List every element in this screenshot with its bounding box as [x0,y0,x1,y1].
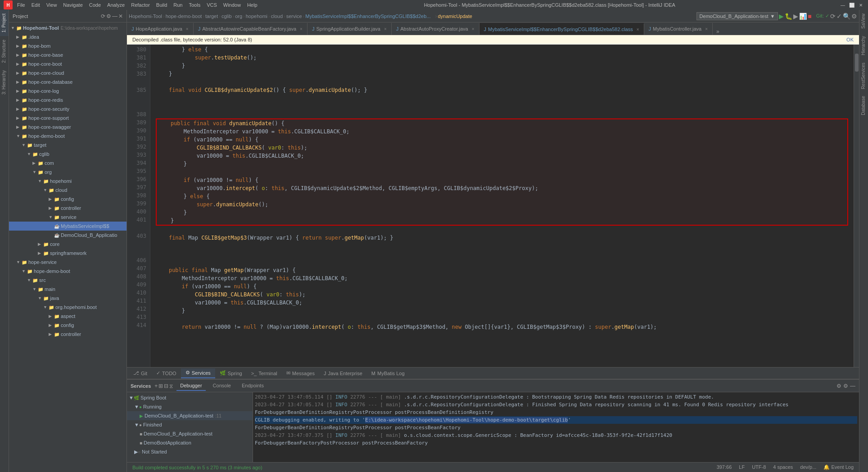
layout-icon[interactable]: ⊟ [164,383,168,389]
configure-icon[interactable]: ⚙ [843,383,848,389]
services-tab-endpoints[interactable]: Endpoints [238,381,267,391]
bc-hopehomi[interactable]: hopehomi [246,14,267,19]
debug-button[interactable]: 🐛 [785,13,792,20]
services-tab-debugger[interactable]: Debugger [176,381,205,391]
menu-analyze[interactable]: Analyze [104,1,127,9]
tree-config[interactable]: ▶ 📁 config [9,195,127,204]
bottom-tab-messages[interactable]: ✉ Messages [282,368,319,378]
bc-tool[interactable]: Hopehomi-Tool [129,14,162,19]
tab-abstractautowire[interactable]: J AbstractAutowireCapableBeanFactory.jav… [194,23,307,35]
services-finished[interactable]: ▼ ● Finished [127,420,253,429]
tab-close-icon[interactable]: × [300,27,303,32]
vtab-saview[interactable]: SaView [859,10,868,32]
tree-src[interactable]: ▼ 📁 src [9,276,127,285]
services-democloudb-running[interactable]: ▶ DemoCloud_B_Application-test :11 [127,411,253,420]
tree-root[interactable]: ▼ 📁 Hopehomi-Tool E:\idea-workspace\hope… [9,23,127,32]
tree-core[interactable]: ▶ 📁 core [9,240,127,249]
coverage-button[interactable]: ▶ [793,13,798,20]
vtab-hierarchy[interactable]: 3: Hierarchy [0,67,9,98]
tree-controller[interactable]: ▶ 📁 controller [9,204,127,213]
code-editor[interactable]: } else { super.testUpdate(); } } final v… [150,45,854,367]
collapse-icon[interactable]: — [112,13,118,19]
add-service-icon[interactable]: + [154,383,158,389]
bc-method[interactable]: dynamicUpdate [438,14,472,19]
restore-button[interactable]: ⬜ [848,1,855,9]
scrollbar-track[interactable] [854,45,859,367]
tab-abstractautoproxy[interactable]: J AbstractAutoProxyCreator.java × [392,23,479,35]
run-config-dropdown[interactable]: DemoCloud_B_Application-test ▼ [696,12,778,20]
menu-file[interactable]: File [14,1,28,9]
tree-mybatis-impl[interactable]: ☕ MybatisServiceImpl$$ [9,222,127,231]
search-everywhere-icon[interactable]: 🔍 [843,13,850,20]
event-log-icon[interactable]: 🔔 Event Log [822,464,855,470]
bc-target[interactable]: target [205,14,218,19]
encoding-status[interactable]: UTF-8 [750,464,768,470]
bottom-tab-spring[interactable]: 🌿 Spring [215,368,247,378]
commit-icon[interactable]: ✓ [836,13,842,20]
tree-hope-core-boot[interactable]: ▶ 📁 hope-core-boot [9,59,127,68]
tree-hope-core-base[interactable]: ▶ 📁 hope-core-base [9,50,127,59]
bc-class[interactable]: MybatisServiceImpl$$EnhancerBySpringCGLI… [305,14,430,19]
services-demoboot-finished[interactable]: ■ DemoBootApplication [127,438,253,447]
tree-main[interactable]: ▼ 📁 main [9,285,127,294]
tab-close-icon[interactable]: × [186,27,189,32]
tree-service[interactable]: ▼ 📁 service [9,213,127,222]
close-panel-icon[interactable]: ✕ [118,13,123,19]
group-icon[interactable]: ⊞ [158,383,163,389]
bottom-tab-javaee[interactable]: J Java Enterprise [319,368,367,378]
tree-hope-demo-boot[interactable]: ▼ 📁 hope-demo-boot [9,132,127,141]
tree-config2[interactable]: ▶ 📁 config [9,321,127,330]
tree-hope-core-log[interactable]: ▶ 📁 hope-core-log [9,86,127,95]
tree-hope-service[interactable]: ▼ 📁 hope-service [9,258,127,267]
menu-vcs[interactable]: VCS [204,1,220,9]
menu-edit[interactable]: Edit [29,1,43,9]
settings-icon[interactable]: ⚙ [851,13,857,20]
gear-icon[interactable]: ⚙ [106,13,111,19]
position-status[interactable]: 397:66 [715,464,734,470]
tree-java[interactable]: ▼ 📁 java [9,294,127,303]
tab-springappbuilder[interactable]: J SpringApplicationBuilder.java × [307,23,392,35]
tree-hope-service-demo[interactable]: ▼ 📁 hope-demo-boot [9,267,127,276]
bottom-tab-git[interactable]: ⎇ Git [129,368,152,378]
services-democloudb-finished[interactable]: ■ DemoCloud_B_Application-test [127,429,253,438]
menu-build[interactable]: Build [154,1,170,9]
tree-org[interactable]: ▼ 📁 org [9,168,127,177]
bottom-tab-todo[interactable]: ✓ TODO [152,368,181,378]
tree-democloudb[interactable]: ☕ DemoCloud_B_Applicatio [9,231,127,240]
tree-hope-core-support[interactable]: ▶ 📁 hope-core-support [9,113,127,123]
profile-button[interactable]: 📊 [799,13,807,20]
tree-controller2[interactable]: ▶ 📁 controller [9,330,127,339]
branch-status[interactable]: dev/p... [798,464,818,470]
tree-hope-core-swagger[interactable]: ▶ 📁 hope-core-swagger [9,123,127,132]
tab-close-icon[interactable]: × [705,27,708,32]
tree-springframework[interactable]: ▶ 📁 springframework [9,249,127,258]
tree-idea[interactable]: ▶ 📁 .idea [9,32,127,41]
tree-hope-core-database[interactable]: ▶ 📁 hope-core-database [9,77,127,86]
tab-close-icon[interactable]: × [384,27,387,32]
filter-icon[interactable]: ⧖ [169,383,173,389]
vcs-update-icon[interactable]: ⟳ [830,13,836,20]
settings-gear-icon[interactable]: ⚙ [836,383,841,389]
bc-demo-boot[interactable]: hope-demo-boot [166,14,202,19]
minimize-button[interactable]: — [839,1,846,9]
tree-hope-core-redis[interactable]: ▶ 📁 hope-core-redis [9,95,127,104]
bottom-tab-terminal[interactable]: >_ Terminal [247,368,282,378]
stop-button[interactable]: ■ [808,13,811,20]
tree-cloud[interactable]: ▼ 📁 cloud [9,186,127,195]
bottom-tab-mybatis[interactable]: M MyBatis Log [367,368,409,378]
tab-close-icon[interactable]: × [472,27,475,32]
vtab-database[interactable]: Database [859,92,868,119]
vtab-hierarchy-right[interactable]: Hierarchy [859,32,868,59]
bc-org[interactable]: org [235,14,242,19]
vtab-structure[interactable]: 2: Structure [0,36,9,67]
tree-cglib[interactable]: ▼ 📁 cglib [9,150,127,159]
tree-aspect[interactable]: ▶ 📁 aspect [9,312,127,321]
menu-code[interactable]: Code [86,1,104,9]
bc-cloud[interactable]: cloud [271,14,283,19]
tree-hope-core-security[interactable]: ▶ 📁 hope-core-security [9,104,127,113]
tab-close-icon[interactable]: × [637,27,639,32]
close-button[interactable]: ✕ [857,1,864,9]
ok-button[interactable]: OK [846,37,854,42]
sync-icon[interactable]: ⟳ [101,13,105,19]
menu-view[interactable]: View [44,1,60,9]
